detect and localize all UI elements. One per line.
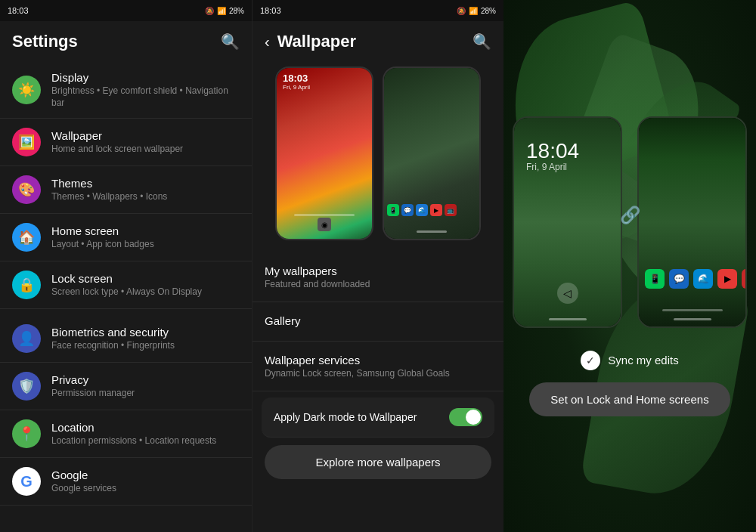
privacy-sub: Permission manager xyxy=(51,388,240,400)
status-icons-2: 🔕 📶 28% xyxy=(457,7,496,15)
google-title: Google xyxy=(51,469,240,481)
privacy-icon: 🛡️ xyxy=(12,372,41,401)
set-wallpaper-button[interactable]: Set on Lock and Home screens xyxy=(529,382,730,416)
google-icon: G xyxy=(12,467,41,496)
wallpaper-panel-title: Wallpaper xyxy=(277,32,356,51)
wallpaper-search-icon[interactable]: 🔍 xyxy=(472,32,491,51)
location-sub: Location permissions • Location requests xyxy=(51,435,240,447)
my-wallpapers-sub: Featured and downloaded xyxy=(265,279,491,289)
wallpaper-services-label: Wallpaper services xyxy=(265,354,491,367)
biometrics-title: Biometrics and security xyxy=(51,326,240,339)
big-home-preview[interactable]: 📱 💬 🌊 ▶ 📺 xyxy=(637,116,747,328)
display-icon: ☀️ xyxy=(12,76,41,104)
home-dock-browser: 🌊 xyxy=(693,269,713,289)
lock-screen-preview[interactable]: 18:03 Fri, 9 April ◉ xyxy=(275,66,373,240)
explore-wallpapers-button[interactable]: Explore more wallpapers xyxy=(265,445,491,479)
display-title: Display xyxy=(51,71,240,84)
settings-item-location[interactable]: 📍 Location Location permissions • Locati… xyxy=(0,410,252,458)
lock-title: Lock screen xyxy=(51,272,240,285)
location-title: Location xyxy=(51,421,240,434)
home-dock-phone: 📱 xyxy=(645,269,665,289)
wallpaper-title: Wallpaper xyxy=(51,129,240,142)
lock-screen-back-btn: ◁ xyxy=(557,283,578,304)
wallpaper-header: ‹ Wallpaper 🔍 xyxy=(253,21,503,59)
themes-sub: Themes • Wallpapers • Icons xyxy=(51,191,240,203)
preview-panel: 18:04 Fri, 9 April ◁ 📱 💬 🌊 ▶ 📺 xyxy=(503,0,756,532)
settings-item-google[interactable]: G Google Google services xyxy=(0,458,252,506)
biometrics-icon: 👤 xyxy=(12,324,41,353)
wallpaper-icon: 🖼️ xyxy=(12,128,41,156)
toggle-knob xyxy=(466,410,481,425)
back-button[interactable]: ‹ xyxy=(265,33,270,51)
sync-check-icon: ✓ xyxy=(581,351,600,370)
settings-item-biometrics[interactable]: 👤 Biometrics and security Face recogniti… xyxy=(0,315,252,363)
themes-title: Themes xyxy=(51,177,240,190)
home-screen-preview[interactable]: 📱 💬 🌊 ▶ 📺 xyxy=(383,66,481,240)
dark-mode-toggle-row: Apply Dark mode to Wallpaper xyxy=(262,397,494,438)
wallpaper-sub: Home and lock screen wallpaper xyxy=(51,144,240,156)
settings-title: Settings xyxy=(12,32,78,51)
dark-mode-label: Apply Dark mode to Wallpaper xyxy=(274,411,417,423)
home-title: Home screen xyxy=(51,224,240,237)
gallery-label: Gallery xyxy=(265,314,491,327)
home-sub: Layout • App icon badges xyxy=(51,239,240,251)
location-icon: 📍 xyxy=(12,419,41,448)
big-lock-date: Fri, 9 April xyxy=(526,162,579,172)
settings-item-home[interactable]: 🏠 Home screen Layout • App icon badges xyxy=(0,214,252,261)
status-bar-2: 18:03 🔕 📶 28% xyxy=(253,0,503,21)
lock-icon: 🔒 xyxy=(12,271,41,299)
privacy-title: Privacy xyxy=(51,373,240,386)
wallpaper-services-option[interactable]: Wallpaper services Dynamic Lock screen, … xyxy=(253,342,503,391)
status-time-1: 18:03 xyxy=(8,6,29,15)
biometrics-sub: Face recognition • Fingerprints xyxy=(51,340,240,352)
settings-item-wallpaper[interactable]: 🖼️ Wallpaper Home and lock screen wallpa… xyxy=(0,119,252,166)
status-time-2: 18:03 xyxy=(260,6,281,15)
settings-item-privacy[interactable]: 🛡️ Privacy Permission manager xyxy=(0,363,252,410)
settings-list: ☀️ Display Brightness • Eye comfort shie… xyxy=(0,59,252,532)
google-sub: Google services xyxy=(51,483,240,495)
my-wallpapers-label: My wallpapers xyxy=(265,264,491,277)
display-sub: Brightness • Eye comfort shield • Naviga… xyxy=(51,85,240,109)
preview-lock-time: 18:03 xyxy=(283,73,310,84)
big-lock-time: 18:04 xyxy=(526,141,579,162)
status-icons-1: 🔕 📶 28% xyxy=(205,7,244,15)
settings-item-display[interactable]: ☀️ Display Brightness • Eye comfort shie… xyxy=(0,62,252,119)
wallpaper-previews: 18:03 Fri, 9 April ◉ 📱 💬 🌊 ▶ 📺 xyxy=(253,59,503,252)
settings-item-lock[interactable]: 🔒 Lock screen Screen lock type • Always … xyxy=(0,261,252,309)
wallpaper-options-list: My wallpapers Featured and downloaded Ga… xyxy=(253,252,503,532)
sync-row: ✓ Sync my edits xyxy=(581,351,678,370)
lock-sub: Screen lock type • Always On Display xyxy=(51,286,240,298)
dark-mode-toggle[interactable] xyxy=(449,408,482,426)
status-bar-1: 18:03 🔕 📶 28% xyxy=(0,0,252,21)
home-icon: 🏠 xyxy=(12,223,41,252)
big-lock-preview[interactable]: 18:04 Fri, 9 April ◁ xyxy=(513,116,622,328)
home-dock-play: ▶ xyxy=(717,269,737,289)
settings-search-icon[interactable]: 🔍 xyxy=(221,32,240,51)
wallpaper-panel: 18:03 🔕 📶 28% ‹ Wallpaper 🔍 18:03 Fri, 9… xyxy=(252,0,503,532)
home-dock-yt: 📺 xyxy=(742,269,747,289)
gallery-option[interactable]: Gallery xyxy=(253,302,503,342)
themes-icon: 🎨 xyxy=(12,175,41,204)
wallpaper-services-sub: Dynamic Lock screen, Samsung Global Goal… xyxy=(265,368,491,379)
home-dock-msg: 💬 xyxy=(669,269,689,289)
settings-item-themes[interactable]: 🎨 Themes Themes • Wallpapers • Icons xyxy=(0,166,252,214)
settings-panel: 18:03 🔕 📶 28% Settings 🔍 ☀️ Display Brig… xyxy=(0,0,252,532)
settings-header: Settings 🔍 xyxy=(0,21,252,59)
my-wallpapers-option[interactable]: My wallpapers Featured and downloaded xyxy=(253,252,503,302)
sync-label: Sync my edits xyxy=(608,354,678,367)
link-icon: 🔗 xyxy=(620,206,640,225)
preview-lock-date: Fri, 9 April xyxy=(283,84,310,91)
